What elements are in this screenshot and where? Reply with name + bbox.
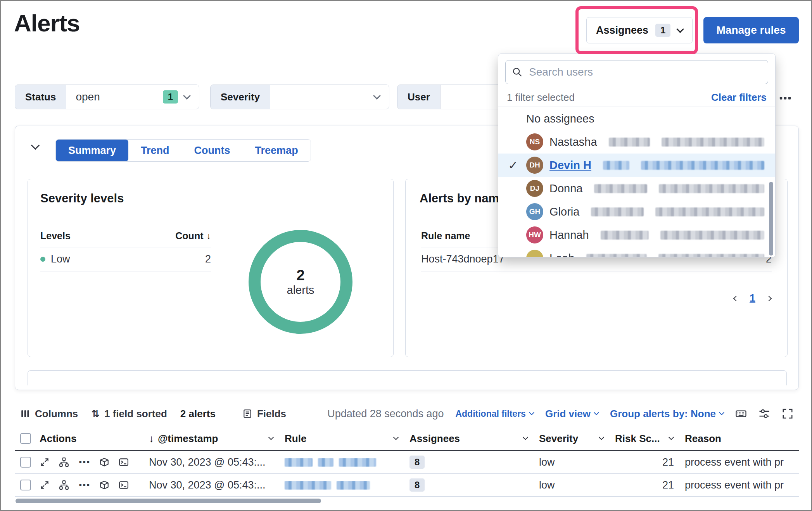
column-menu-icon[interactable] [268, 435, 274, 440]
search-users-input[interactable] [528, 66, 762, 79]
donut-center-label: alerts [287, 284, 314, 297]
assignees-cell-badge[interactable]: 8 [409, 456, 425, 469]
reason-cell: process event with pr [682, 456, 799, 468]
severity-levels-table: Levels Count ↓ Low 2 [40, 230, 211, 271]
collapse-panel-icon[interactable] [32, 143, 38, 150]
alert-row: ⋯ Nov 30, 2023 @ 05:43:... 8 low 21 proc… [15, 474, 799, 497]
assignee-option[interactable]: Leah [498, 247, 775, 257]
fullscreen-icon[interactable] [782, 408, 793, 420]
popover-scrollbar[interactable] [769, 182, 773, 256]
avatar: DH [526, 157, 543, 174]
sort-both-icon: ⇅ [91, 408, 100, 420]
keyboard-shortcuts-icon[interactable] [735, 408, 747, 420]
expand-alert-icon[interactable] [40, 457, 50, 467]
column-header-reason: Reason [682, 433, 799, 445]
session-view-icon[interactable] [119, 480, 129, 490]
additional-filters-button[interactable]: Additional filters [455, 409, 533, 419]
status-filter-select[interactable]: open 1 [66, 85, 199, 109]
sorted-fields-button[interactable]: ⇅ 1 field sorted [91, 408, 167, 420]
assignees-filter-button[interactable]: Assignees 1 [586, 17, 693, 43]
assignees-filter-label: Assignees [596, 24, 648, 36]
tab-trend[interactable]: Trend [128, 140, 182, 161]
redacted-text [609, 138, 650, 147]
avatar [526, 250, 543, 257]
column-header-timestamp[interactable]: ↓ @timestamp [146, 433, 282, 445]
horizontal-scrollbar[interactable] [16, 499, 321, 503]
search-icon [512, 67, 523, 78]
severity-cell: low [536, 456, 612, 468]
more-actions-icon[interactable]: ⋯ [78, 456, 90, 468]
count-column-header[interactable]: Count ↓ [175, 230, 211, 242]
column-header-assignees[interactable]: Assignees [406, 433, 536, 445]
columns-icon [20, 409, 30, 419]
redacted-text [658, 254, 764, 258]
fields-icon [242, 409, 252, 419]
rule-name-value: Host-743dnoep17 [421, 253, 504, 265]
severity-level-count: 2 [205, 253, 211, 265]
timestamp-cell: Nov 30, 2023 @ 05:43:... [146, 456, 282, 468]
donut-center-value: 2 [296, 267, 304, 284]
severity-level-label: Low [51, 253, 70, 265]
toolbar-divider [229, 408, 229, 420]
columns-button[interactable]: Columns [20, 408, 78, 420]
assignee-option[interactable]: GH Gloria [498, 200, 775, 223]
assignee-option[interactable]: NS Nastasha [498, 130, 775, 154]
column-header-rule[interactable]: Rule [282, 433, 406, 445]
assignees-cell-badge[interactable]: 8 [409, 478, 425, 492]
tab-treemap[interactable]: Treemap [243, 140, 311, 161]
chevron-down-icon [183, 92, 191, 100]
rule-cell[interactable] [282, 458, 406, 467]
severity-filter-label: Severity [211, 85, 270, 109]
rule-cell[interactable] [282, 481, 406, 490]
tab-counts[interactable]: Counts [182, 140, 243, 161]
assignee-option-none[interactable]: No assignees [498, 107, 775, 130]
row-checkbox[interactable] [20, 480, 31, 490]
option-label: Donna [549, 182, 582, 195]
assignee-option-selected[interactable]: ✓ DH Devin H [498, 154, 775, 177]
severity-filter-group: Severity [210, 85, 389, 109]
select-all-checkbox[interactable] [20, 433, 31, 444]
column-header-risk-score[interactable]: Risk Sc... [612, 433, 682, 445]
redacted-text [586, 254, 647, 258]
pagination: 1 [734, 292, 771, 304]
next-page-icon[interactable] [766, 295, 772, 301]
fields-button[interactable]: Fields [242, 408, 286, 420]
page-number[interactable]: 1 [750, 292, 755, 304]
assignee-option[interactable]: HW Hannah [498, 223, 775, 247]
status-filter-label: Status [15, 85, 66, 109]
analyzer-graph-icon[interactable] [59, 457, 69, 467]
status-count-badge: 1 [163, 90, 178, 104]
severity-levels-card: Severity levels Levels Count ↓ Low 2 2 a… [28, 179, 394, 357]
avatar: GH [526, 203, 543, 220]
redacted-text [641, 161, 764, 170]
expand-alert-icon[interactable] [40, 480, 50, 490]
column-menu-icon[interactable] [669, 435, 674, 440]
alert-row: ⋯ Nov 30, 2023 @ 05:43:... 8 low 21 proc… [15, 451, 799, 474]
analyzer-graph-icon[interactable] [59, 480, 69, 490]
redacted-text [662, 138, 764, 147]
display-options-icon[interactable] [758, 408, 770, 420]
more-filters-icon[interactable] [779, 91, 792, 106]
column-menu-icon[interactable] [599, 435, 604, 440]
severity-filter-select[interactable] [270, 85, 389, 109]
column-header-severity[interactable]: Severity [536, 433, 612, 445]
option-label: No assignees [526, 112, 594, 125]
event-package-icon[interactable] [99, 480, 109, 490]
clear-filters-link[interactable]: Clear filters [711, 91, 767, 104]
filter-selected-label: 1 filter selected [507, 91, 575, 104]
row-checkbox[interactable] [20, 457, 31, 468]
assignee-option[interactable]: DJ Donna [498, 177, 775, 200]
more-actions-icon[interactable]: ⋯ [78, 479, 90, 491]
column-menu-icon[interactable] [523, 435, 528, 440]
redacted-text [660, 231, 764, 240]
group-alerts-by-button[interactable]: Group alerts by: None [610, 408, 724, 420]
event-package-icon[interactable] [99, 457, 109, 467]
column-menu-icon[interactable] [393, 435, 399, 440]
grid-view-button[interactable]: Grid view [545, 408, 598, 420]
session-view-icon[interactable] [119, 457, 129, 467]
severity-levels-title: Severity levels [40, 192, 124, 205]
previous-page-icon[interactable] [733, 295, 739, 301]
tab-summary[interactable]: Summary [56, 140, 128, 161]
chevron-down-icon [373, 92, 381, 100]
manage-rules-button[interactable]: Manage rules [703, 17, 799, 43]
